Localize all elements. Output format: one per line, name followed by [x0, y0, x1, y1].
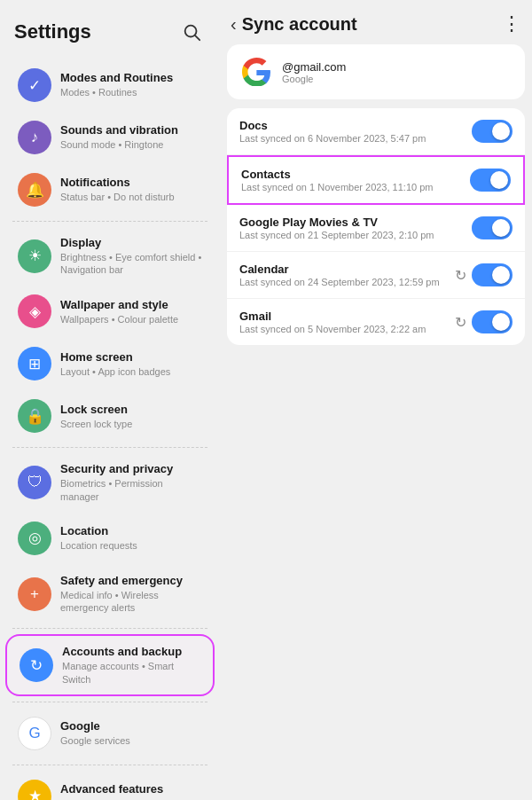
- divider-after-notifications: [12, 221, 207, 222]
- sync-item-calendar[interactable]: Calendar Last synced on 24 September 202…: [227, 252, 525, 299]
- notifications-label: Notifications: [60, 176, 175, 191]
- sidebar-item-advanced-features[interactable]: ★ Advanced features Labs • S Pen • Side …: [5, 771, 215, 800]
- safety-emergency-icon: +: [18, 577, 51, 611]
- wallpaper-style-icon: ◈: [18, 294, 51, 328]
- contacts-sublabel: Last synced on 1 November 2023, 11:10 pm: [241, 182, 470, 192]
- account-email: @gmail.com: [282, 60, 346, 74]
- sync-panel: ‹ Sync account ⋮ @gmail.com Google Docs …: [220, 0, 532, 800]
- account-card: @gmail.com Google: [227, 44, 525, 99]
- toggle-calendar[interactable]: [472, 263, 512, 286]
- modes-routines-icon: ✓: [18, 68, 51, 102]
- more-options-button[interactable]: ⋮: [502, 12, 521, 35]
- security-privacy-label: Security and privacy: [60, 462, 202, 477]
- safety-emergency-sublabel: Medical info • Wireless emergency alerts: [60, 589, 202, 615]
- sounds-vibration-label: Sounds and vibration: [60, 123, 178, 138]
- location-label: Location: [60, 524, 137, 539]
- sidebar-item-display[interactable]: ☀ Display Brightness • Eye comfort shiel…: [5, 227, 215, 285]
- home-screen-label: Home screen: [60, 350, 170, 365]
- modes-routines-sublabel: Modes • Routines: [60, 86, 173, 98]
- google-sublabel: Google services: [60, 734, 130, 747]
- settings-sidebar: Settings ✓ Modes and Routines Modes • Ro…: [0, 0, 220, 800]
- home-screen-icon: ⊞: [18, 347, 51, 380]
- google-icon: G: [18, 717, 51, 750]
- divider-after-safety-emergency: [12, 628, 207, 629]
- sidebar-items-list: ✓ Modes and Routines Modes • Routines ♪ …: [0, 59, 220, 800]
- toggle-knob-google-play-movies: [492, 219, 510, 237]
- sidebar-item-safety-emergency[interactable]: + Safety and emergency Medical info • Wi…: [5, 565, 215, 623]
- back-button[interactable]: ‹: [231, 14, 237, 35]
- sync-title: Sync account: [242, 14, 497, 35]
- toggle-knob-contacts: [490, 171, 508, 189]
- security-privacy-icon: 🛡: [18, 466, 51, 499]
- advanced-features-icon: ★: [18, 780, 51, 800]
- sidebar-item-wallpaper-style[interactable]: ◈ Wallpaper and style Wallpapers • Colou…: [5, 286, 215, 337]
- sidebar-item-location[interactable]: ◎ Location Location requests: [5, 513, 215, 564]
- divider-after-accounts-backup: [12, 702, 207, 702]
- sidebar-item-home-screen[interactable]: ⊞ Home screen Layout • App icon badges: [5, 338, 215, 389]
- sounds-vibration-icon: ♪: [18, 121, 51, 154]
- location-sublabel: Location requests: [60, 539, 137, 552]
- search-button[interactable]: [177, 18, 206, 46]
- wallpaper-style-label: Wallpaper and style: [60, 298, 178, 313]
- modes-routines-label: Modes and Routines: [60, 71, 173, 86]
- svg-line-1: [195, 35, 200, 40]
- accounts-backup-icon: ↻: [20, 648, 53, 682]
- toggle-knob-docs: [492, 122, 510, 140]
- account-info: @gmail.com Google: [282, 60, 346, 84]
- display-label: Display: [60, 236, 202, 251]
- notifications-sublabel: Status bar • Do not disturb: [60, 191, 175, 203]
- toggle-knob-gmail: [492, 313, 510, 331]
- google-play-movies-label: Google Play Movies & TV: [239, 216, 472, 229]
- google-label: Google: [60, 719, 130, 734]
- wallpaper-style-sublabel: Wallpapers • Colour palette: [60, 313, 178, 325]
- sidebar-item-accounts-backup[interactable]: ↻ Accounts and backup Manage accounts • …: [5, 634, 215, 695]
- refresh-icon-gmail[interactable]: ↻: [455, 314, 466, 331]
- lock-screen-icon: 🔒: [18, 399, 51, 433]
- accounts-backup-label: Accounts and backup: [62, 645, 200, 660]
- contacts-label: Contacts: [241, 168, 470, 181]
- advanced-features-label: Advanced features: [60, 782, 175, 797]
- lock-screen-label: Lock screen: [60, 403, 132, 418]
- gmail-sublabel: Last synced on 5 November 2023, 2:22 am: [239, 324, 455, 334]
- notifications-icon: 🔔: [18, 173, 51, 207]
- sidebar-item-google[interactable]: G Google Google services: [5, 708, 215, 759]
- google-play-movies-sublabel: Last synced on 21 September 2023, 2:10 p…: [239, 230, 472, 240]
- toggle-docs[interactable]: [472, 120, 512, 143]
- refresh-icon-calendar[interactable]: ↻: [455, 267, 466, 284]
- sync-item-gmail[interactable]: Gmail Last synced on 5 November 2023, 2:…: [227, 299, 525, 345]
- sync-item-contacts[interactable]: Contacts Last synced on 1 November 2023,…: [227, 155, 525, 205]
- divider-after-google: [12, 765, 207, 765]
- display-icon: ☀: [18, 239, 51, 273]
- gmail-label: Gmail: [239, 310, 455, 323]
- toggle-contacts[interactable]: [470, 169, 511, 192]
- toggle-google-play-movies[interactable]: [472, 216, 512, 239]
- docs-label: Docs: [239, 119, 472, 132]
- accounts-backup-sublabel: Manage accounts • Smart Switch: [62, 660, 200, 686]
- sync-items-card: Docs Last synced on 6 November 2023, 5:4…: [227, 108, 525, 345]
- divider-after-lock-screen: [12, 447, 207, 448]
- sidebar-item-sounds-vibration[interactable]: ♪ Sounds and vibration Sound mode • Ring…: [5, 112, 215, 163]
- sidebar-item-lock-screen[interactable]: 🔒 Lock screen Screen lock type: [5, 390, 215, 442]
- home-screen-sublabel: Layout • App icon badges: [60, 365, 170, 378]
- calendar-label: Calendar: [239, 263, 455, 276]
- sync-item-google-play-movies[interactable]: Google Play Movies & TV Last synced on 2…: [227, 205, 525, 252]
- docs-sublabel: Last synced on 6 November 2023, 5:47 pm: [239, 133, 472, 144]
- sidebar-item-security-privacy[interactable]: 🛡 Security and privacy Biometrics • Perm…: [5, 453, 215, 511]
- toggle-gmail[interactable]: [472, 310, 512, 333]
- calendar-sublabel: Last synced on 24 September 2023, 12:59 …: [239, 277, 455, 287]
- sidebar-item-notifications[interactable]: 🔔 Notifications Status bar • Do not dist…: [5, 164, 215, 216]
- location-icon: ◎: [18, 522, 51, 555]
- display-sublabel: Brightness • Eye comfort shield • Naviga…: [60, 251, 202, 277]
- sync-header: ‹ Sync account ⋮: [220, 0, 532, 44]
- security-privacy-sublabel: Biometrics • Permission manager: [60, 477, 202, 503]
- sync-item-docs[interactable]: Docs Last synced on 6 November 2023, 5:4…: [227, 108, 525, 155]
- lock-screen-sublabel: Screen lock type: [60, 418, 132, 430]
- safety-emergency-label: Safety and emergency: [60, 574, 202, 589]
- sidebar-item-modes-routines[interactable]: ✓ Modes and Routines Modes • Routines: [5, 59, 215, 111]
- account-provider: Google: [282, 74, 346, 84]
- toggle-knob-calendar: [492, 266, 510, 284]
- settings-title: Settings: [14, 20, 91, 43]
- sidebar-header: Settings: [0, 9, 220, 59]
- google-logo: [241, 57, 271, 87]
- sounds-vibration-sublabel: Sound mode • Ringtone: [60, 138, 178, 151]
